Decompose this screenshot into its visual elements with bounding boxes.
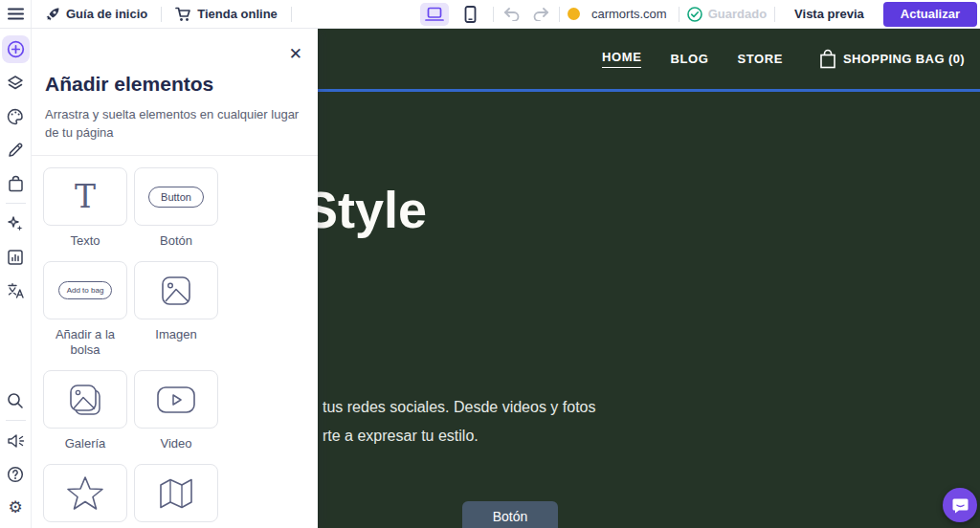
shopping-bag-link[interactable]: SHOPPING BAG (0) (819, 49, 965, 69)
layers-icon (7, 75, 24, 92)
online-store-button[interactable]: Tienda online (162, 0, 291, 28)
site-canvas[interactable]: HOME BLOG STORE SHOPPING BAG (0) Style t… (318, 29, 980, 528)
gallery-icon (68, 383, 102, 417)
gear-icon: ⚙ (8, 499, 22, 516)
desktop-view-button[interactable] (420, 3, 449, 26)
divider (559, 7, 560, 22)
palette-icon (7, 108, 24, 125)
button-icon: Button (148, 187, 204, 208)
sidebar-edit[interactable] (2, 133, 30, 166)
element-add-to-bag[interactable]: Add to bag Añadir a la bolsa (43, 261, 127, 358)
divider (679, 7, 679, 22)
preview-button[interactable]: Vista previa (783, 7, 876, 21)
hamburger-menu-button[interactable] (0, 0, 32, 28)
update-button[interactable]: Actualizar (883, 2, 977, 27)
element-gallery-tile[interactable] (43, 370, 127, 429)
sidebar-translate[interactable] (2, 274, 30, 307)
sidebar-ai-tools[interactable] (2, 207, 30, 240)
element-gallery[interactable]: Galería (43, 370, 127, 451)
element-button[interactable]: Button Botón (134, 167, 218, 249)
sidebar-add-elements[interactable] (2, 35, 30, 63)
setup-guide-label: Guía de inicio (66, 7, 147, 21)
sparkles-icon (7, 215, 24, 232)
element-add-to-bag-tile[interactable]: Add to bag (43, 261, 127, 319)
hero-heading[interactable]: Style (318, 180, 427, 239)
hero-paragraph-line1: tus redes sociales. Desde videos y fotos (323, 393, 595, 422)
element-text-tile[interactable]: T (43, 167, 127, 226)
redo-button[interactable] (530, 4, 551, 25)
element-text[interactable]: T Texto (43, 167, 127, 249)
divider (6, 420, 26, 421)
sidebar-settings[interactable]: ⚙ (2, 491, 30, 524)
online-store-label: Tienda online (197, 7, 278, 21)
redo-icon (532, 8, 549, 21)
shopping-bag-icon (8, 175, 24, 192)
desktop-icon (425, 7, 444, 22)
saved-label: Guardado (708, 7, 767, 21)
translate-icon (7, 282, 25, 299)
help-icon (7, 466, 24, 483)
element-label: Botón (160, 233, 192, 249)
element-button-tile[interactable]: Button (134, 167, 218, 226)
hero-button[interactable]: Botón (462, 501, 558, 528)
video-icon (156, 385, 196, 414)
pencil-icon (7, 142, 24, 159)
divider (774, 7, 775, 22)
panel-title: Añadir elementos (45, 73, 304, 96)
hero-paragraph[interactable]: tus redes sociales. Desde videos y fotos… (323, 393, 595, 451)
element-image-tile[interactable] (134, 261, 218, 319)
panel-subtitle: Arrastra y suelta elementos en cualquier… (45, 105, 304, 142)
element-video-tile[interactable] (134, 370, 218, 429)
element-video[interactable]: Video (134, 370, 218, 451)
sidebar-announcements[interactable] (2, 424, 30, 457)
sidebar-search[interactable] (2, 384, 30, 417)
divider (6, 203, 26, 204)
element-shape-tile[interactable] (43, 464, 127, 522)
stats-icon (7, 249, 24, 266)
element-map-tile[interactable] (134, 464, 218, 522)
shopping-bag-icon (819, 49, 836, 69)
star-icon (66, 475, 104, 512)
image-icon (160, 275, 192, 307)
hero-paragraph-line2: rte a expresar tu estilo. (323, 422, 595, 451)
element-map[interactable]: Mapa (134, 464, 218, 528)
shopping-bag-label: SHOPPING BAG (0) (843, 52, 965, 66)
close-icon[interactable]: ✕ (289, 46, 302, 62)
sidebar-stats[interactable] (2, 240, 30, 274)
section-selection-indicator (318, 89, 980, 92)
add-circle-icon (7, 40, 25, 58)
site-navbar: HOME BLOG STORE SHOPPING BAG (0) (318, 29, 980, 89)
nav-store[interactable]: STORE (737, 52, 783, 66)
undo-button[interactable] (501, 4, 523, 25)
divider (493, 7, 494, 22)
element-shape[interactable]: Forma (43, 464, 127, 528)
sidebar-help[interactable] (2, 457, 30, 491)
sidebar-theme[interactable] (2, 99, 30, 133)
divider (291, 7, 292, 22)
element-label: Imagen (155, 327, 196, 342)
sidebar-commerce[interactable] (2, 166, 30, 200)
add-to-bag-icon: Add to bag (58, 281, 113, 299)
nav-home[interactable]: HOME (602, 50, 641, 68)
element-label: Galería (65, 436, 106, 451)
mobile-icon (464, 6, 477, 23)
saved-status: Guardado (687, 7, 767, 22)
chat-widget-button[interactable] (943, 488, 977, 522)
mobile-view-button[interactable] (457, 3, 485, 26)
sidebar-sections[interactable] (2, 66, 30, 99)
rocket-icon (45, 7, 60, 22)
element-label: Añadir a la bolsa (43, 327, 127, 358)
add-elements-panel: ✕ Añadir elementos Arrastra y suelta ele… (32, 29, 318, 528)
hamburger-icon (8, 8, 24, 20)
nav-blog[interactable]: BLOG (670, 52, 708, 66)
text-icon: T (75, 181, 96, 212)
map-icon (157, 477, 195, 510)
undo-icon (503, 8, 521, 21)
setup-guide-button[interactable]: Guía de inicio (32, 0, 161, 28)
element-image[interactable]: Imagen (134, 261, 218, 358)
element-label: Video (160, 436, 191, 451)
saved-check-icon (687, 7, 702, 22)
cart-icon (175, 7, 191, 22)
elements-grid: T Texto Button Botón Add to bag Añadir a… (32, 156, 318, 528)
domain-name[interactable]: carmorts.com (591, 7, 667, 21)
